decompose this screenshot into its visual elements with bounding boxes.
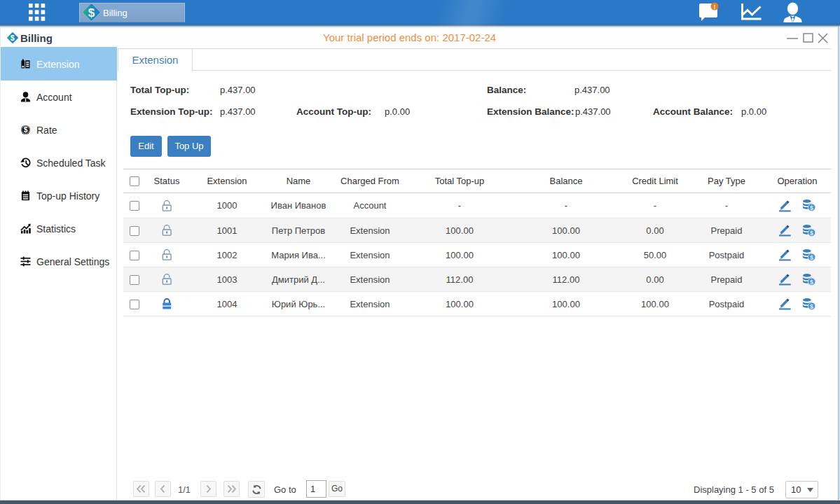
svg-text:!: ! bbox=[714, 4, 716, 10]
svg-text:$: $ bbox=[24, 126, 28, 134]
svg-text:$: $ bbox=[88, 6, 95, 20]
svg-text:$: $ bbox=[11, 34, 15, 42]
